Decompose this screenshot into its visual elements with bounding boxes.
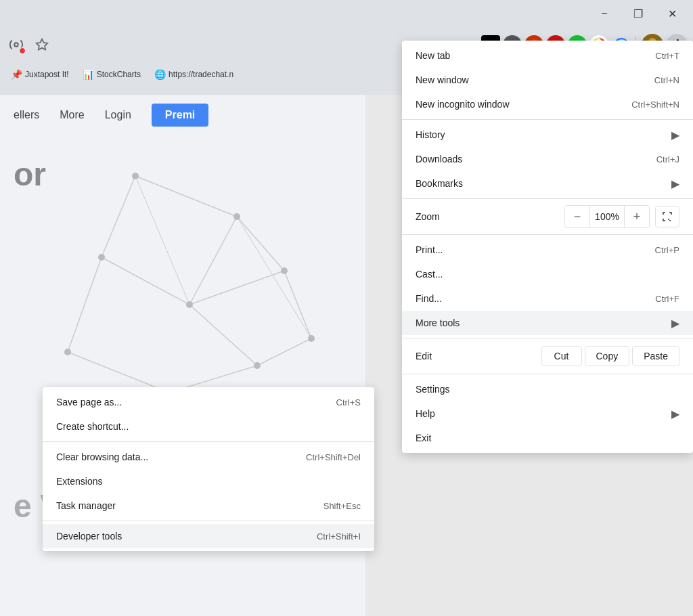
svg-line-12 (189, 217, 237, 305)
menu-separator-4 (402, 338, 693, 338)
submenu-clear-browsing[interactable]: Clear browsing data... Ctrl+Shift+Del (43, 445, 374, 469)
svg-line-17 (257, 338, 311, 366)
close-button[interactable]: ✕ (656, 3, 688, 24)
more-tools-submenu: Save page as... Ctrl+S Create shortcut..… (43, 387, 374, 551)
nav-sellers[interactable]: ellers (14, 109, 39, 121)
edit-row: Edit Cut Copy Paste (402, 341, 693, 371)
copy-button[interactable]: Copy (585, 346, 630, 366)
menu-separator-1 (402, 119, 693, 120)
menu-new-window[interactable]: New window Ctrl+N (402, 68, 693, 92)
zoom-in-button[interactable]: + (625, 206, 649, 227)
bookmark-tradechat[interactable]: 🌐 https://tradechat.n (149, 66, 239, 83)
menu-new-incognito[interactable]: New incognito window Ctrl+Shift+N (402, 92, 693, 116)
svg-point-24 (308, 335, 315, 342)
submenu-extensions[interactable]: Extensions (43, 469, 374, 493)
menu-bookmarks[interactable]: Bookmarks ▶ (402, 171, 693, 196)
title-bar: − ❐ ✕ (0, 0, 693, 27)
menu-new-tab[interactable]: New tab Ctrl+T (402, 43, 693, 68)
svg-point-29 (254, 362, 261, 369)
menu-downloads[interactable]: Downloads Ctrl+J (402, 147, 693, 171)
submenu-developer-tools[interactable]: Developer tools Ctrl+Shift+I (43, 524, 374, 548)
menu-find[interactable]: Find... Ctrl+F (402, 286, 693, 311)
cut-button[interactable]: Cut (541, 346, 582, 366)
svg-point-23 (281, 267, 288, 274)
bookmark-stockcharts[interactable]: 📊 StockCharts (77, 66, 146, 83)
svg-marker-1 (37, 39, 48, 50)
edit-buttons: Cut Copy Paste (539, 346, 680, 366)
menu-print[interactable]: Print... Ctrl+P (402, 238, 693, 262)
nav-login[interactable]: Login (105, 109, 131, 121)
svg-line-9 (284, 271, 311, 338)
svg-line-15 (68, 352, 169, 393)
zoom-value: 100% (589, 206, 625, 227)
svg-line-11 (102, 257, 189, 305)
bookmark-juxtapost[interactable]: 📌 Juxtapost It! (5, 66, 74, 83)
chrome-dropdown-menu: New tab Ctrl+T New window Ctrl+N New inc… (402, 41, 693, 453)
restore-button[interactable]: ❐ (623, 3, 654, 24)
paste-button[interactable]: Paste (632, 346, 679, 366)
nav-more[interactable]: More (60, 109, 84, 121)
submenu-create-shortcut[interactable]: Create shortcut... (43, 414, 374, 439)
menu-more-tools[interactable]: More tools ▶ (402, 311, 693, 335)
zoom-out-button[interactable]: − (565, 206, 589, 227)
submenu-separator-1 (43, 441, 374, 442)
page-nav: ellers More Login Premi (0, 95, 365, 135)
menu-help[interactable]: Help ▶ (402, 401, 693, 426)
svg-point-0 (14, 43, 18, 47)
hero-text-or: or (0, 135, 365, 193)
extensions-puzzle-icon[interactable] (5, 34, 27, 56)
menu-settings[interactable]: Settings (402, 377, 693, 401)
zoom-controls: − 100% + (564, 205, 650, 228)
submenu-save-page[interactable]: Save page as... Ctrl+S (43, 390, 374, 414)
svg-line-18 (189, 305, 257, 366)
menu-history[interactable]: History ▶ (402, 123, 693, 147)
svg-point-22 (233, 213, 240, 220)
minimize-button[interactable]: − (589, 3, 620, 24)
svg-point-25 (98, 254, 105, 261)
menu-separator-2 (402, 198, 693, 199)
menu-separator-3 (402, 234, 693, 235)
svg-line-19 (135, 176, 189, 305)
menu-cast[interactable]: Cast... (402, 262, 693, 286)
svg-line-14 (68, 257, 102, 352)
submenu-separator-2 (43, 521, 374, 521)
svg-point-26 (186, 301, 193, 308)
fullscreen-button[interactable] (655, 206, 679, 227)
svg-line-13 (189, 271, 284, 305)
premium-button[interactable]: Premi (152, 104, 208, 127)
zoom-row: Zoom − 100% + (402, 202, 693, 232)
bookmark-star-icon[interactable] (31, 34, 53, 56)
svg-point-27 (64, 349, 71, 355)
svg-line-20 (237, 217, 311, 338)
menu-separator-5 (402, 374, 693, 374)
submenu-task-manager[interactable]: Task manager Shift+Esc (43, 493, 374, 518)
svg-line-8 (237, 217, 284, 271)
menu-exit[interactable]: Exit (402, 426, 693, 450)
